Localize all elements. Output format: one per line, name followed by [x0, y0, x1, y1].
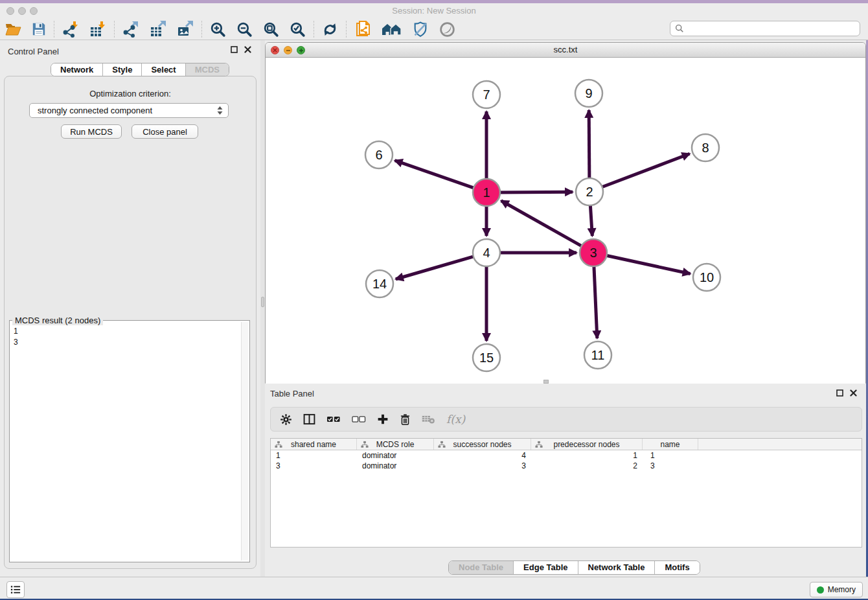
control-panel: Control Panel Network Style Select MCDS …	[0, 40, 260, 577]
graph-node-1[interactable]: 1	[473, 179, 500, 206]
result-scrollbar[interactable]	[241, 322, 248, 560]
deselect-all-check-icon[interactable]	[352, 416, 366, 422]
tab-select[interactable]: Select	[142, 63, 185, 76]
float-table-panel-icon[interactable]	[836, 389, 843, 397]
graph-edge-1-6[interactable]	[395, 161, 475, 189]
first-neighbors-icon[interactable]	[376, 19, 407, 39]
svg-text:6: 6	[375, 148, 382, 162]
search-box[interactable]	[670, 21, 860, 36]
panel-splitter[interactable]	[260, 40, 265, 577]
graph-node-11[interactable]: 11	[584, 341, 611, 369]
graph-node-2[interactable]: 2	[576, 178, 603, 205]
window-minimize-button[interactable]	[18, 7, 26, 15]
search-input[interactable]	[687, 22, 860, 35]
import-table-icon[interactable]	[84, 19, 111, 39]
graph-edge-4-14[interactable]	[396, 256, 475, 279]
graph-node-15[interactable]: 15	[473, 344, 500, 371]
graph-edge-3-11[interactable]	[594, 265, 597, 338]
graph-node-6[interactable]: 6	[365, 141, 393, 168]
graph-edge-1-2[interactable]	[499, 192, 573, 192]
zoom-selected-icon[interactable]	[284, 19, 311, 39]
tab-motifs[interactable]: Motifs	[655, 561, 699, 574]
svg-text:14: 14	[372, 277, 387, 291]
table-row[interactable]: 3dominator323	[271, 461, 862, 471]
svg-text:4: 4	[483, 246, 490, 260]
graph-node-10[interactable]: 10	[693, 264, 720, 291]
tab-network-table[interactable]: Network Table	[578, 561, 656, 574]
zoom-fit-icon[interactable]	[258, 19, 284, 39]
splitter-grip[interactable]	[261, 297, 264, 307]
network-view-window: scc.txt 1234678910111415	[265, 42, 866, 384]
column-header-shared-name[interactable]: shared name	[271, 439, 357, 450]
graph-node-4[interactable]: 4	[473, 239, 500, 266]
graph-edge-2-3[interactable]	[590, 204, 592, 236]
column-header-MCDS-role[interactable]: MCDS role	[357, 439, 434, 450]
tab-node-table[interactable]: Node Table	[449, 561, 514, 574]
network-minimize-button[interactable]	[284, 46, 292, 54]
graph-node-14[interactable]: 14	[366, 270, 393, 297]
tab-style[interactable]: Style	[103, 63, 142, 76]
table-row[interactable]: 1dominator411	[271, 450, 862, 461]
split-panel-icon[interactable]	[303, 413, 315, 425]
graph-node-7[interactable]: 7	[473, 81, 500, 108]
graph-edge-2-9[interactable]	[589, 110, 589, 179]
export-network-icon[interactable]	[117, 19, 144, 39]
memory-button[interactable]: Memory	[810, 582, 863, 597]
graph-edge-3-10[interactable]	[606, 255, 691, 273]
graph-node-3[interactable]: 3	[580, 239, 607, 266]
run-mcds-button[interactable]: Run MCDS	[61, 124, 122, 139]
show-hide-panel-icon[interactable]	[434, 19, 461, 39]
column-header-name[interactable]: name	[643, 439, 698, 450]
close-table-panel-icon[interactable]	[850, 389, 857, 397]
main-toolbar	[0, 19, 868, 40]
graph-edge-3-1[interactable]	[501, 201, 583, 247]
tab-network[interactable]: Network	[51, 63, 103, 76]
delete-column-icon[interactable]	[400, 413, 411, 426]
toolbar-divider	[201, 21, 202, 38]
hide-graphics-details-icon[interactable]	[407, 19, 434, 39]
add-column-icon[interactable]	[377, 413, 389, 425]
zoom-in-icon[interactable]	[205, 19, 231, 39]
select-all-check-icon[interactable]	[326, 416, 341, 422]
open-session-icon[interactable]	[0, 19, 27, 39]
svg-text:3: 3	[589, 246, 597, 260]
network-zoom-button[interactable]	[297, 46, 305, 54]
column-settings-icon[interactable]	[280, 413, 292, 426]
export-image-icon[interactable]	[172, 19, 199, 39]
table-cell: 2	[531, 461, 643, 471]
mcds-result-title: MCDS result (2 nodes)	[12, 316, 103, 325]
close-panel-icon[interactable]	[244, 46, 251, 53]
svg-text:8: 8	[702, 141, 709, 155]
window-zoom-button[interactable]	[30, 7, 38, 15]
column-type-icon	[438, 441, 446, 448]
graph-node-8[interactable]: 8	[692, 134, 719, 161]
svg-text:7: 7	[483, 87, 490, 102]
tab-mcds[interactable]: MCDS	[186, 63, 229, 76]
float-panel-icon[interactable]	[231, 46, 238, 53]
delete-table-icon	[422, 415, 435, 424]
network-canvas[interactable]: 1234678910111415	[266, 58, 865, 384]
list-icon	[10, 585, 21, 594]
mcds-result-text[interactable]: 1 3	[14, 326, 18, 348]
export-table-icon[interactable]	[144, 19, 172, 39]
node-table[interactable]: shared nameMCDS rolesuccessor nodesprede…	[270, 438, 862, 548]
table-cell: 3	[271, 461, 357, 471]
column-type-icon	[361, 441, 369, 448]
network-window-title: scc.txt	[266, 43, 865, 57]
close-panel-button[interactable]: Close panel	[131, 124, 198, 139]
save-session-icon[interactable]	[27, 19, 51, 39]
import-network-icon[interactable]	[57, 19, 84, 39]
zoom-out-icon[interactable]	[231, 19, 258, 39]
tab-edge-table[interactable]: Edge Table	[514, 561, 578, 574]
column-header-predecessor-nodes[interactable]: predecessor nodes	[531, 439, 643, 450]
window-close-button[interactable]	[6, 7, 14, 15]
control-panel-tabs: Network Style Select MCDS	[51, 63, 229, 76]
network-close-button[interactable]	[271, 46, 279, 54]
column-header-successor-nodes[interactable]: successor nodes	[434, 439, 531, 450]
graph-edge-2-8[interactable]	[601, 154, 690, 187]
refresh-view-icon[interactable]	[317, 19, 343, 39]
task-history-button[interactable]	[6, 581, 25, 598]
clone-network-icon[interactable]	[349, 19, 376, 39]
criterion-dropdown[interactable]: strongly connected component	[29, 103, 229, 118]
graph-node-9[interactable]: 9	[575, 80, 602, 107]
